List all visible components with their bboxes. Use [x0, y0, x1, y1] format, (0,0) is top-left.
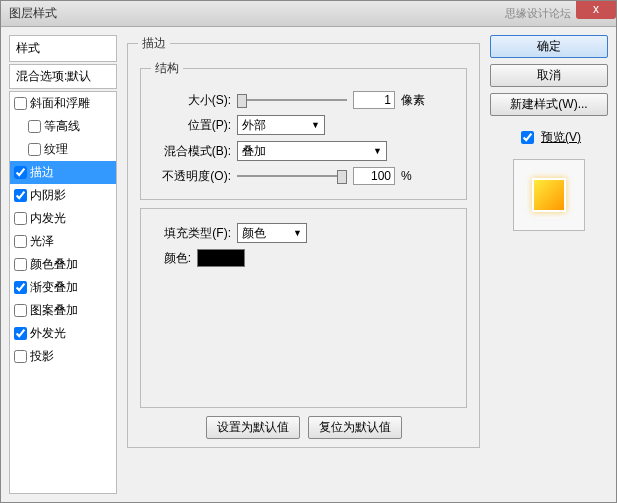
- preview-icon: [532, 178, 566, 212]
- default-buttons: 设置为默认值 复位为默认值: [138, 416, 469, 439]
- style-checkbox[interactable]: [14, 327, 27, 340]
- style-label: 颜色叠加: [30, 256, 78, 273]
- chevron-down-icon: ▼: [311, 120, 320, 130]
- style-item[interactable]: 纹理: [10, 138, 116, 161]
- blend-dropdown[interactable]: 叠加 ▼: [237, 141, 387, 161]
- preview-toggle[interactable]: 预览(V): [490, 128, 608, 147]
- position-label: 位置(P):: [151, 117, 231, 134]
- watermark: 思缘设计论坛: [505, 6, 571, 21]
- panel-title: 描边: [138, 35, 170, 52]
- style-item[interactable]: 图案叠加: [10, 299, 116, 322]
- style-checkbox[interactable]: [28, 143, 41, 156]
- style-checkbox[interactable]: [14, 97, 27, 110]
- reset-default-button[interactable]: 复位为默认值: [308, 416, 402, 439]
- style-label: 描边: [30, 164, 54, 181]
- structure-title: 结构: [151, 60, 183, 77]
- styles-header[interactable]: 样式: [9, 35, 117, 62]
- style-item[interactable]: 斜面和浮雕: [10, 92, 116, 115]
- style-label: 外发光: [30, 325, 66, 342]
- titlebar: 图层样式 思缘设计论坛 x: [1, 1, 616, 27]
- style-checkbox[interactable]: [14, 166, 27, 179]
- style-item[interactable]: 等高线: [10, 115, 116, 138]
- chevron-down-icon: ▼: [293, 228, 302, 238]
- blend-row: 混合模式(B): 叠加 ▼: [151, 141, 456, 161]
- style-label: 纹理: [44, 141, 68, 158]
- preview-box: [513, 159, 585, 231]
- style-item[interactable]: 内发光: [10, 207, 116, 230]
- style-checkbox[interactable]: [14, 212, 27, 225]
- style-checkbox[interactable]: [14, 281, 27, 294]
- cancel-button[interactable]: 取消: [490, 64, 608, 87]
- preview-checkbox[interactable]: [521, 131, 534, 144]
- content: 样式 混合选项:默认 斜面和浮雕等高线纹理描边内阴影内发光光泽颜色叠加渐变叠加图…: [1, 27, 616, 502]
- style-item[interactable]: 内阴影: [10, 184, 116, 207]
- size-unit: 像素: [401, 92, 425, 109]
- size-input[interactable]: [353, 91, 395, 109]
- style-label: 斜面和浮雕: [30, 95, 90, 112]
- style-item[interactable]: 光泽: [10, 230, 116, 253]
- style-checkbox[interactable]: [14, 350, 27, 363]
- style-item[interactable]: 颜色叠加: [10, 253, 116, 276]
- right-panel: 确定 取消 新建样式(W)... 预览(V): [490, 35, 608, 494]
- blend-options[interactable]: 混合选项:默认: [9, 64, 117, 89]
- style-label: 图案叠加: [30, 302, 78, 319]
- style-label: 渐变叠加: [30, 279, 78, 296]
- style-label: 光泽: [30, 233, 54, 250]
- style-checkbox[interactable]: [14, 304, 27, 317]
- style-item[interactable]: 外发光: [10, 322, 116, 345]
- style-item[interactable]: 渐变叠加: [10, 276, 116, 299]
- color-row: 颜色:: [151, 249, 456, 267]
- style-item[interactable]: 描边: [10, 161, 116, 184]
- size-label: 大小(S):: [151, 92, 231, 109]
- fill-type-row: 填充类型(F): 颜色 ▼: [151, 223, 456, 243]
- layer-style-dialog: 图层样式 思缘设计论坛 x 样式 混合选项:默认 斜面和浮雕等高线纹理描边内阴影…: [0, 0, 617, 503]
- opacity-row: 不透明度(O): %: [151, 167, 456, 185]
- opacity-input[interactable]: [353, 167, 395, 185]
- fill-fieldset: 填充类型(F): 颜色 ▼ 颜色:: [140, 208, 467, 408]
- style-label: 内阴影: [30, 187, 66, 204]
- close-button[interactable]: x: [576, 1, 616, 19]
- middle-panel: 描边 结构 大小(S): 像素 位置(P): 外部 ▼: [125, 35, 482, 494]
- structure-fieldset: 结构 大小(S): 像素 位置(P): 外部 ▼: [140, 60, 467, 200]
- color-swatch[interactable]: [197, 249, 245, 267]
- style-label: 内发光: [30, 210, 66, 227]
- color-label: 颜色:: [151, 250, 191, 267]
- position-row: 位置(P): 外部 ▼: [151, 115, 456, 135]
- style-item[interactable]: 投影: [10, 345, 116, 368]
- preview-label: 预览(V): [541, 129, 581, 146]
- style-checkbox[interactable]: [14, 189, 27, 202]
- style-checkbox[interactable]: [14, 258, 27, 271]
- size-row: 大小(S): 像素: [151, 91, 456, 109]
- size-slider[interactable]: [237, 92, 347, 108]
- left-panel: 样式 混合选项:默认 斜面和浮雕等高线纹理描边内阴影内发光光泽颜色叠加渐变叠加图…: [9, 35, 117, 494]
- opacity-unit: %: [401, 169, 412, 183]
- window-title: 图层样式: [9, 5, 57, 22]
- style-checkbox[interactable]: [14, 235, 27, 248]
- blend-value: 叠加: [242, 143, 266, 160]
- opacity-label: 不透明度(O):: [151, 168, 231, 185]
- style-label: 投影: [30, 348, 54, 365]
- fill-type-value: 颜色: [242, 225, 266, 242]
- position-value: 外部: [242, 117, 266, 134]
- fill-type-label: 填充类型(F):: [151, 225, 231, 242]
- new-style-label: 新建样式(W)...: [510, 97, 587, 111]
- new-style-button[interactable]: 新建样式(W)...: [490, 93, 608, 116]
- style-label: 等高线: [44, 118, 80, 135]
- fill-type-dropdown[interactable]: 颜色 ▼: [237, 223, 307, 243]
- style-checkbox[interactable]: [28, 120, 41, 133]
- blend-label: 混合模式(B):: [151, 143, 231, 160]
- chevron-down-icon: ▼: [373, 146, 382, 156]
- position-dropdown[interactable]: 外部 ▼: [237, 115, 325, 135]
- ok-button[interactable]: 确定: [490, 35, 608, 58]
- opacity-slider[interactable]: [237, 168, 347, 184]
- set-default-button[interactable]: 设置为默认值: [206, 416, 300, 439]
- stroke-fieldset: 描边 结构 大小(S): 像素 位置(P): 外部 ▼: [127, 35, 480, 448]
- styles-list: 斜面和浮雕等高线纹理描边内阴影内发光光泽颜色叠加渐变叠加图案叠加外发光投影: [9, 91, 117, 494]
